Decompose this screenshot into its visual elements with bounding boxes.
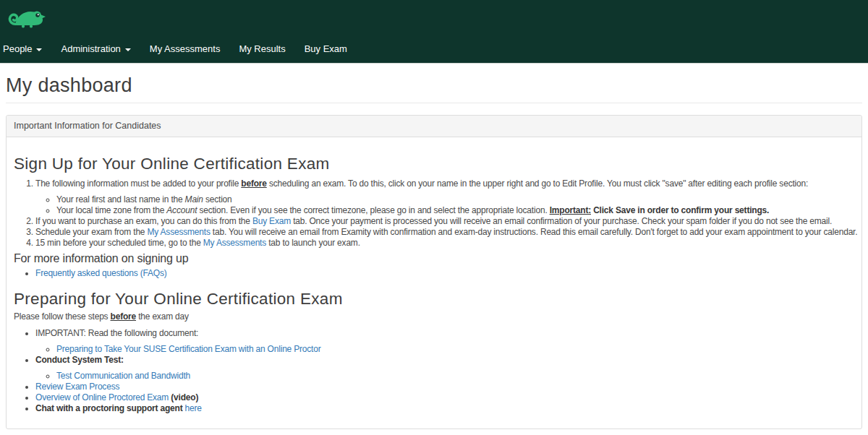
text-segment: IMPORTANT: Read the following document: [35, 328, 198, 338]
signup-section-heading: Sign Up for Your Online Certification Ex… [14, 155, 854, 173]
text-segment: tab. Once your payment is processed you … [291, 216, 832, 226]
list-item: Review Exam Process [35, 382, 854, 392]
inline-link[interactable]: here [185, 403, 202, 413]
text-segment: section [203, 194, 232, 204]
inline-link[interactable]: My Assessments [203, 238, 266, 248]
sub-list: Preparing to Take Your SUSE Certificatio… [35, 344, 854, 355]
text-segment: section. Even if you see the correct tim… [197, 205, 549, 215]
inline-link[interactable]: Frequently asked questions (FAQs) [35, 268, 167, 278]
list-item: IMPORTANT: Read the following document:P… [35, 328, 854, 355]
text-segment: Your local time zone from the [56, 205, 166, 215]
inline-link[interactable]: Preparing to Take Your SUSE Certificatio… [56, 344, 321, 354]
more-info-heading: For more information on signing up [14, 251, 854, 265]
nav-item-my-results[interactable]: My Results [229, 43, 294, 54]
title-divider [6, 103, 862, 103]
text-segment: 15 min before your scheduled time, go to… [35, 238, 203, 248]
suse-chameleon-logo[interactable] [6, 6, 46, 29]
preparing-list: IMPORTANT: Read the following document:P… [14, 328, 854, 414]
text-segment: (video) [171, 392, 198, 402]
text-segment: Schedule your exam from the [35, 227, 147, 237]
sub-list: Your real first and last name in the Mai… [35, 194, 854, 216]
text-segment: tab. You will receive an email from Exam… [210, 227, 858, 237]
panel-heading: Important Information for Candidates [7, 116, 861, 137]
text-segment: Please follow these steps [14, 311, 111, 322]
list-item: Your real first and last name in the Mai… [56, 194, 854, 205]
text-segment: Main [185, 194, 203, 204]
list-item: The following information must be added … [35, 178, 854, 216]
info-panel: Important Information for Candidates Sig… [6, 115, 862, 429]
text-segment: Click Save in order to confirm your sett… [593, 205, 769, 215]
list-item: Your local time zone from the Account se… [56, 205, 854, 216]
text-segment: Account [166, 205, 197, 215]
text-segment: Your real first and last name in the [56, 194, 185, 204]
nav-label: My Assessments [150, 43, 221, 54]
inline-link[interactable]: Review Exam Process [35, 382, 119, 392]
chameleon-icon [6, 6, 46, 29]
inline-link[interactable]: Test Communication and Bandwidth [56, 371, 190, 381]
inline-link[interactable]: Buy Exam [252, 216, 291, 226]
logo-row [0, 0, 868, 35]
list-item: Schedule your exam from the My Assessmen… [35, 227, 854, 238]
inline-link[interactable]: Overview of Online Proctored Exam [35, 392, 169, 402]
list-item: Chat with a proctoring support agent her… [35, 403, 854, 414]
page-title: My dashboard [6, 74, 862, 96]
inline-link[interactable]: My Assessments [147, 227, 210, 237]
list-item: Frequently asked questions (FAQs) [35, 268, 854, 279]
nav-item-my-assessments[interactable]: My Assessments [140, 43, 230, 54]
list-item: Overview of Online Proctored Exam (video… [35, 392, 854, 403]
text-segment: the exam day [136, 311, 189, 322]
site-header: People Administration My Assessments My … [0, 0, 868, 64]
sub-list: Test Communication and Bandwidth [35, 371, 854, 382]
more-info-list: Frequently asked questions (FAQs) [14, 268, 854, 279]
text-segment: Important: [550, 205, 591, 215]
nav-label: My Results [239, 43, 285, 54]
text-segment: before [241, 178, 266, 189]
nav-label: People [3, 43, 32, 54]
chevron-down-icon [36, 48, 42, 51]
nav-label: Administration [61, 43, 120, 54]
nav-item-administration[interactable]: Administration [51, 43, 140, 54]
signup-steps-list: The following information must be added … [14, 178, 854, 249]
list-item: Conduct System Test:Test Communication a… [35, 355, 854, 382]
chevron-down-icon [125, 48, 131, 51]
text-segment: tab to launch your exam. [266, 238, 360, 248]
panel-body: Sign Up for Your Online Certification Ex… [7, 137, 861, 428]
main-nav: People Administration My Assessments My … [0, 35, 868, 63]
text-segment: If you want to purchase an exam, you can… [35, 216, 252, 226]
main-content: My dashboard Important Information for C… [0, 74, 868, 429]
nav-item-buy-exam[interactable]: Buy Exam [295, 43, 357, 54]
text-segment: scheduling an exam. To do this, click on… [267, 178, 808, 189]
list-item: If you want to purchase an exam, you can… [35, 216, 854, 227]
list-item: 15 min before your scheduled time, go to… [35, 238, 854, 249]
nav-label: Buy Exam [305, 43, 347, 54]
preparing-section-heading: Preparing for Your Online Certification … [14, 290, 854, 308]
text-segment: Chat with a proctoring support agent [35, 403, 182, 413]
list-item: Test Communication and Bandwidth [56, 371, 854, 382]
text-segment: before [111, 311, 136, 322]
nav-item-people[interactable]: People [3, 43, 51, 54]
preparing-intro: Please follow these steps before the exa… [14, 311, 854, 322]
list-item: Preparing to Take Your SUSE Certificatio… [56, 344, 854, 355]
text-segment: Conduct System Test: [35, 355, 124, 365]
text-segment: The following information must be added … [35, 178, 241, 189]
